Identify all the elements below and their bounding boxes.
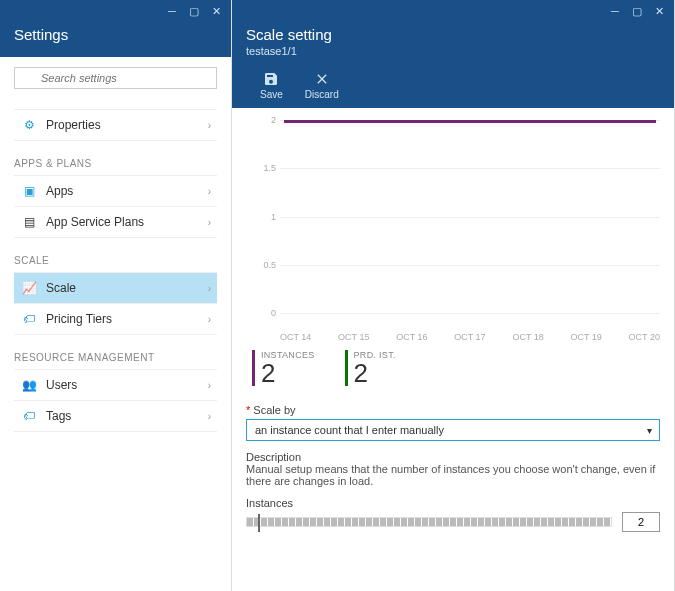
window-controls-left: ─ ▢ ✕ <box>163 4 225 18</box>
minimize-icon[interactable]: ─ <box>606 4 624 18</box>
instances-input[interactable] <box>622 512 660 532</box>
search-wrap: 🔍 <box>14 67 217 89</box>
settings-pane: ─ ▢ ✕ Settings 🔍 ⚙ Properties › APPS & P… <box>0 0 232 591</box>
nav-label: Pricing Tiers <box>46 312 112 326</box>
nav-properties[interactable]: ⚙ Properties › <box>14 109 217 141</box>
plans-icon: ▤ <box>20 215 38 229</box>
close-icon[interactable]: ✕ <box>207 4 225 18</box>
maximize-icon[interactable]: ▢ <box>628 4 646 18</box>
stat-instances: INSTANCES 2 <box>252 350 315 386</box>
instances-slider[interactable] <box>246 517 612 527</box>
instances-field-label: Instances <box>246 497 660 509</box>
ytick: 2 <box>246 115 276 125</box>
xtick: OCT 15 <box>338 332 369 342</box>
scale-by-label: * Scale by <box>246 404 660 416</box>
ytick: 1.5 <box>246 163 276 173</box>
nav-label: App Service Plans <box>46 215 144 229</box>
section-scale: SCALE <box>14 255 217 266</box>
search-input[interactable] <box>14 67 217 89</box>
close-icon[interactable]: ✕ <box>650 4 668 18</box>
xtick: OCT 17 <box>454 332 485 342</box>
ytick: 0 <box>246 308 276 318</box>
xtick: OCT 19 <box>570 332 601 342</box>
chevron-right-icon: › <box>208 314 211 325</box>
nav-label: Tags <box>46 409 71 423</box>
scale-setting-pane: ─ ▢ ✕ Scale setting testase1/1 Save Disc… <box>232 0 675 591</box>
stat-value: 2 <box>354 360 396 386</box>
stat-value: 2 <box>261 360 315 386</box>
nav-pricing-tiers[interactable]: 🏷 Pricing Tiers › <box>14 303 217 335</box>
chevron-right-icon: › <box>208 186 211 197</box>
window-controls-right: ─ ▢ ✕ <box>606 4 668 18</box>
chevron-right-icon: › <box>208 217 211 228</box>
chevron-right-icon: › <box>208 380 211 391</box>
section-resource: RESOURCE MANAGEMENT <box>14 352 217 363</box>
description-body: Manual setup means that the number of in… <box>246 463 660 487</box>
nav-label: Users <box>46 378 77 392</box>
chevron-right-icon: › <box>208 411 211 422</box>
properties-icon: ⚙ <box>20 118 38 132</box>
scale-by-select[interactable]: an instance count that I enter manually <box>246 419 660 441</box>
nav-scale[interactable]: 📈 Scale › <box>14 272 217 304</box>
scale-title: Scale setting <box>246 26 660 43</box>
tags-icon: 🏷 <box>20 409 38 423</box>
section-apps-plans: APPS & PLANS <box>14 158 217 169</box>
users-icon: 👥 <box>20 378 38 392</box>
scale-subtitle: testase1/1 <box>246 45 660 57</box>
discard-icon <box>314 71 330 87</box>
nav-label: Apps <box>46 184 73 198</box>
minimize-icon[interactable]: ─ <box>163 4 181 18</box>
slider-thumb[interactable] <box>258 514 260 532</box>
scale-by-select-wrap: an instance count that I enter manually … <box>246 419 660 441</box>
settings-title: Settings <box>14 26 217 43</box>
xtick: OCT 20 <box>629 332 660 342</box>
nav-apps[interactable]: ▣ Apps › <box>14 175 217 207</box>
nav-app-service-plans[interactable]: ▤ App Service Plans › <box>14 206 217 238</box>
scale-content: 2 1.5 1 0.5 0 OCT 14 OCT 15 OCT 16 OCT 1… <box>232 108 674 591</box>
pricing-icon: 🏷 <box>20 312 38 326</box>
discard-label: Discard <box>305 89 339 100</box>
settings-content: 🔍 ⚙ Properties › APPS & PLANS ▣ Apps › ▤… <box>0 57 231 591</box>
maximize-icon[interactable]: ▢ <box>185 4 203 18</box>
nav-label: Properties <box>46 118 101 132</box>
stat-prd-ist: PRD. IST. 2 <box>345 350 396 386</box>
ytick: 0.5 <box>246 260 276 270</box>
nav-users[interactable]: 👥 Users › <box>14 369 217 401</box>
required-icon: * <box>246 404 250 416</box>
discard-button[interactable]: Discard <box>305 71 339 100</box>
xtick: OCT 16 <box>396 332 427 342</box>
chart-series-line <box>284 120 656 123</box>
toolbar: Save Discard <box>246 71 660 100</box>
chevron-right-icon: › <box>208 283 211 294</box>
scale-icon: 📈 <box>20 281 38 295</box>
chevron-right-icon: › <box>208 120 211 131</box>
xtick: OCT 14 <box>280 332 311 342</box>
settings-header: ─ ▢ ✕ Settings <box>0 0 231 57</box>
scale-header: ─ ▢ ✕ Scale setting testase1/1 Save Disc… <box>232 0 674 108</box>
stat-cards: INSTANCES 2 PRD. IST. 2 <box>252 350 660 386</box>
nav-label: Scale <box>46 281 76 295</box>
save-button[interactable]: Save <box>260 71 283 100</box>
instances-slider-row <box>246 512 660 532</box>
nav-tags[interactable]: 🏷 Tags › <box>14 400 217 432</box>
description-heading: Description <box>246 451 660 463</box>
xtick: OCT 18 <box>512 332 543 342</box>
save-label: Save <box>260 89 283 100</box>
ytick: 1 <box>246 212 276 222</box>
save-icon <box>263 71 279 87</box>
chart-x-axis: OCT 14 OCT 15 OCT 16 OCT 17 OCT 18 OCT 1… <box>280 332 660 342</box>
apps-icon: ▣ <box>20 184 38 198</box>
instances-chart: 2 1.5 1 0.5 0 OCT 14 OCT 15 OCT 16 OCT 1… <box>246 118 660 328</box>
